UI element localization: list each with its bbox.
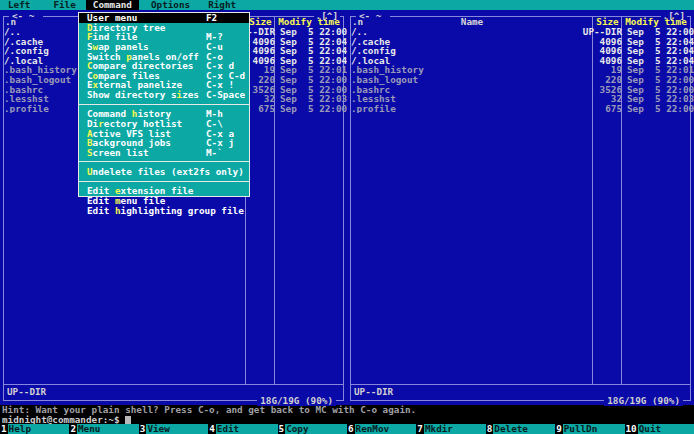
menu-item-label: Screen list [87, 147, 149, 158]
file-name: /.cache [351, 37, 593, 47]
fkey-1-help[interactable]: 1Help [0, 424, 69, 434]
fkey-label: View [146, 424, 208, 434]
menu-shortcut: M-` [206, 148, 223, 158]
mini-status-divider [350, 384, 691, 385]
fkey-number: 8 [486, 424, 494, 434]
file-name: .bash_history [351, 65, 593, 75]
fkey-5-copy[interactable]: 5Copy [278, 424, 347, 434]
fkey-number: 2 [69, 424, 77, 434]
mini-status: UP--DIR [7, 387, 46, 397]
fkey-label: Delete [493, 424, 555, 434]
sort-marker: .n [352, 17, 363, 27]
mini-status-divider [3, 384, 344, 385]
fkey-number: 4 [208, 424, 216, 434]
sort-marker: .n [5, 17, 16, 27]
file-name: .bashrc [351, 85, 593, 95]
fkey-label: Quit [638, 424, 694, 434]
fkey-4-edit[interactable]: 4Edit [208, 424, 277, 434]
dropdown-menu-command: User menuF2Directory treeFind fileM-?Swa… [78, 12, 250, 197]
mini-status: UP--DIR [354, 387, 393, 397]
function-key-bar: 1Help2Menu3View4Edit5Copy6RenMov7Mkdir8D… [0, 424, 694, 434]
fkey-number: 7 [416, 424, 424, 434]
fkey-label: RenMov [355, 424, 417, 434]
fkey-10-quit[interactable]: 10Quit [625, 424, 694, 434]
menu-item-label: Edit highlighting group file [87, 205, 244, 216]
fkey-number: 3 [139, 424, 147, 434]
menu-shortcut: F2 [206, 13, 217, 23]
fkey-label: Copy [285, 424, 347, 434]
file-mtime: Sep 5 22:00 [622, 104, 690, 114]
fkey-number: 1 [0, 424, 8, 434]
file-name: .lesshst [351, 94, 593, 104]
menu-shortcut: C-Space [206, 90, 245, 100]
menu-hotkey-letter: S [87, 147, 93, 158]
fkey-label: Menu [77, 424, 139, 434]
fkey-label: Mkdir [424, 424, 486, 434]
menu-item-undelete-files-ext2fs-only[interactable]: Undelete files (ext2fs only) [79, 167, 249, 177]
fkey-8-delete[interactable]: 8Delete [486, 424, 555, 434]
menu-item-show-directory-sizes[interactable]: Show directory sizesC-Space [79, 90, 249, 100]
menubar-item-options[interactable]: Options [151, 0, 190, 10]
fkey-label: PullDn [563, 424, 625, 434]
menu-item-label: Show directory sizes [87, 89, 199, 100]
file-mtime: Sep 5 22:00 [275, 104, 343, 114]
file-name: /.config [351, 46, 593, 56]
column-header-name[interactable]: .nName [351, 17, 593, 27]
file-size: 675 [246, 104, 275, 114]
fkey-number: 6 [347, 424, 355, 434]
menu-item-edit-highlighting-group-file[interactable]: Edit highlighting group file [79, 206, 249, 216]
file-name: .profile [351, 104, 593, 114]
fkey-number: 9 [555, 424, 563, 434]
file-name: /.. [351, 27, 593, 37]
menu-item-label: Undelete files (ext2fs only) [87, 166, 244, 177]
menu-hotkey-letter: i [177, 89, 183, 100]
menubar-item-file[interactable]: File [53, 0, 75, 10]
file-name: /.local [351, 56, 593, 66]
menubar-item-right[interactable]: Right [208, 0, 236, 10]
fkey-9-pulldn[interactable]: 9PullDn [555, 424, 624, 434]
fkey-7-mkdir[interactable]: 7Mkdir [416, 424, 485, 434]
menubar-item-left[interactable]: Left [8, 0, 30, 10]
fkey-6-renmov[interactable]: 6RenMov [347, 424, 416, 434]
file-row[interactable]: .profile675Sep 5 22:00 [351, 104, 690, 114]
menubar: LeftFileCommandOptionsRight [0, 0, 694, 10]
menu-item-screen-list[interactable]: Screen listM-` [79, 148, 249, 158]
fkey-number: 5 [278, 424, 286, 434]
fkey-label: Help [8, 424, 70, 434]
panel-right: <- ~ .[^] .nName Size Modify time /..UP-… [347, 10, 694, 405]
menubar-item-command[interactable]: Command [86, 0, 139, 10]
menu-hotkey-letter: h [115, 205, 121, 216]
file-list: /..UP--DIRSep 5 22:00/.cache4096Sep 5 22… [351, 27, 690, 113]
menu-hotkey-letter: U [87, 166, 93, 177]
fkey-label: Edit [216, 424, 278, 434]
mc-screen: LeftFileCommandOptionsRight <- ~ .[^] .n… [0, 0, 694, 434]
file-size: 675 [593, 104, 622, 114]
fkey-2-menu[interactable]: 2Menu [69, 424, 138, 434]
fkey-number: 10 [625, 424, 638, 434]
file-name: .bash_logout [351, 75, 593, 85]
fkey-3-view[interactable]: 3View [139, 424, 208, 434]
